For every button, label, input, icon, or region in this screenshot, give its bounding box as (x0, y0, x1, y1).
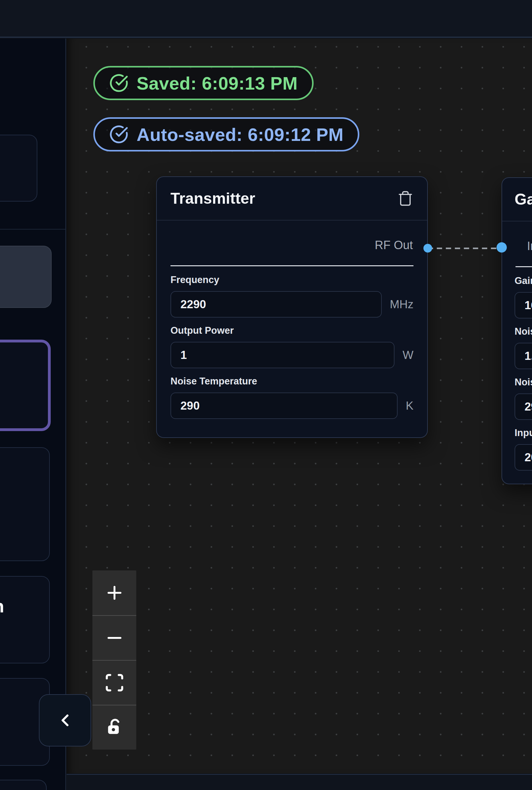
plus-icon (104, 582, 125, 603)
autosaved-status-label: Auto-saved: 6:09:12 PM (137, 124, 343, 145)
zoom-out-button[interactable] (92, 615, 136, 660)
fit-view-button[interactable] (92, 660, 136, 705)
transmitter-node-header[interactable]: Transmitter (157, 177, 427, 220)
node-title: Gain (515, 190, 532, 208)
in-port-label: In (527, 239, 532, 253)
zoom-in-button[interactable] (92, 571, 136, 615)
connection-edge[interactable] (428, 248, 501, 249)
sidebar-card[interactable] (0, 780, 47, 790)
lock-toggle-button[interactable] (92, 705, 136, 750)
app-window: n Saved: 6:09:13 PM Auto-saved: 6:09:12 … (0, 0, 532, 790)
field-label: Frequency (170, 274, 414, 286)
field-unit: W (403, 349, 414, 362)
input-power-input[interactable] (515, 444, 532, 470)
noise-figure-input[interactable] (515, 343, 532, 369)
bottom-bar (66, 774, 532, 790)
sidebar-divider (0, 229, 65, 230)
field-label: Output Power (170, 325, 414, 336)
field-label: Input Power (515, 427, 532, 439)
trash-icon (397, 190, 414, 207)
chevron-left-icon (55, 711, 75, 730)
gain-node[interactable]: Gain In Gain Noise Figure Noise Temperat… (501, 177, 532, 484)
node-title: Transmitter (170, 189, 255, 208)
minus-icon (104, 628, 125, 648)
node-separator (515, 266, 532, 267)
delete-node-button[interactable] (397, 190, 414, 207)
sidebar-card[interactable] (0, 447, 50, 561)
sidebar-collapse-button[interactable] (39, 694, 91, 747)
rf-out-port[interactable] (423, 244, 432, 253)
lock-open-icon (104, 717, 125, 738)
node-separator (170, 265, 414, 266)
field-label: Noise Temperature (170, 376, 414, 387)
sidebar-panel: n (0, 39, 66, 790)
rf-out-port-row: RF Out (157, 238, 427, 252)
gain-node-header[interactable]: Gain (502, 178, 532, 221)
in-port[interactable] (496, 242, 507, 253)
saved-status-badge: Saved: 6:09:13 PM (93, 66, 314, 100)
sidebar-card[interactable]: n (0, 576, 50, 663)
output-power-input[interactable] (170, 342, 395, 368)
sidebar-card-selected[interactable] (0, 246, 52, 308)
noise-temperature-input[interactable] (170, 392, 398, 419)
sidebar-card[interactable] (0, 135, 37, 201)
field-unit: K (406, 399, 414, 412)
gain-input[interactable] (515, 292, 532, 319)
top-bar (0, 0, 532, 38)
saved-status-label: Saved: 6:09:13 PM (137, 73, 298, 94)
check-circle-icon (109, 73, 129, 93)
check-circle-icon (109, 125, 129, 144)
field-label: Noise Figure (515, 326, 532, 337)
noise-temperature-input[interactable] (515, 393, 532, 420)
frequency-input[interactable] (170, 291, 382, 317)
canvas-controls (92, 571, 136, 750)
sidebar-card-highlighted[interactable] (0, 340, 51, 431)
autosaved-status-badge: Auto-saved: 6:09:12 PM (93, 117, 359, 152)
field-label: Noise Temperature (515, 377, 532, 388)
transmitter-node[interactable]: Transmitter RF Out Frequency MHz Output … (156, 176, 428, 438)
field-label: Gain (515, 275, 532, 286)
fit-view-icon (104, 672, 125, 693)
rf-out-port-label: RF Out (375, 238, 413, 252)
field-unit: MHz (390, 298, 414, 311)
sidebar-card-text-fragment: n (0, 597, 4, 615)
